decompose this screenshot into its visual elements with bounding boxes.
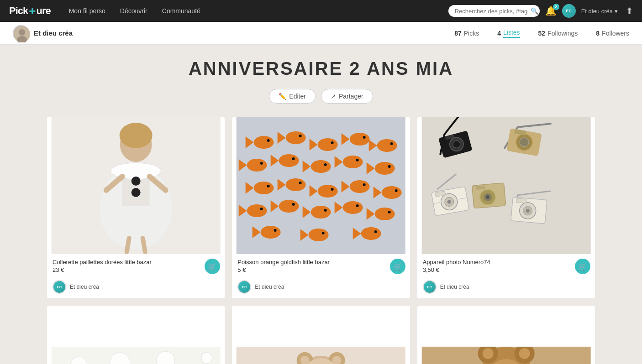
svg-point-69 <box>324 209 327 212</box>
pick-title-3: Appareil photo Numéro74 <box>423 259 589 265</box>
share-label: Partager <box>339 93 363 100</box>
edit-label: Editer <box>289 93 306 100</box>
svg-point-60 <box>395 189 398 192</box>
list-title: ANNIVERSAIRE 2 ANS MIA <box>47 58 595 79</box>
svg-point-21 <box>299 135 302 137</box>
user-menu-button[interactable]: Et dieu créa ▾ <box>581 8 618 15</box>
svg-point-46 <box>254 182 274 194</box>
pick-user-name-3: Et dieu créa <box>440 284 469 290</box>
pick-user-avatar-1[interactable]: EC <box>53 280 66 294</box>
user-avatar-nav[interactable]: EC <box>562 4 576 18</box>
stat-listes[interactable]: 4 Listes <box>497 29 520 38</box>
pick-card-4 <box>47 306 225 364</box>
svg-point-82 <box>361 227 381 240</box>
svg-line-13 <box>127 238 129 252</box>
nav-communaute[interactable]: Communauté <box>162 7 200 15</box>
svg-point-24 <box>331 141 334 144</box>
edit-button[interactable]: ✏️ Editer <box>269 89 316 104</box>
search-bar[interactable]: 🔍 <box>448 5 540 17</box>
svg-point-75 <box>388 211 391 213</box>
logo-pick: Pick <box>9 5 28 17</box>
stat-picks-label: Picks <box>464 30 479 37</box>
search-input[interactable] <box>455 8 528 15</box>
svg-point-51 <box>299 182 302 184</box>
nav-decouvrir[interactable]: Découvrir <box>120 7 147 15</box>
svg-point-30 <box>390 142 393 145</box>
upload-button[interactable]: ⬆ <box>626 6 633 16</box>
pick-card-2: Poisson orange goldfish little bazar 5 €… <box>232 117 410 298</box>
svg-point-22 <box>318 138 338 151</box>
svg-line-14 <box>143 238 145 252</box>
nav-avatar-circle: EC <box>562 4 576 18</box>
svg-point-64 <box>279 200 299 213</box>
pick-info-1: Collerette paillettes dorées little baza… <box>47 254 225 277</box>
stat-followers[interactable]: 8 Followers <box>596 30 629 37</box>
pick-title-1: Collerette paillettes dorées little baza… <box>53 259 219 265</box>
pick-user-3: EC Et dieu créa <box>417 277 595 298</box>
svg-point-10 <box>132 188 141 197</box>
user-menu-label: Et dieu créa <box>581 8 613 15</box>
notif-badge: 2 <box>553 4 559 10</box>
profile-stats: 87 Picks 4 Listes 52 Followings 8 Follow… <box>454 29 629 38</box>
share-icon: ↗ <box>331 93 336 100</box>
pick-info-3: Appareil photo Numéro74 3,50 € 🛒 <box>417 254 595 277</box>
svg-point-45 <box>388 165 391 168</box>
svg-point-70 <box>343 201 363 214</box>
svg-point-27 <box>363 136 366 139</box>
svg-point-125 <box>201 353 212 364</box>
svg-point-55 <box>350 180 370 193</box>
pick-image-5 <box>232 306 410 364</box>
svg-point-58 <box>382 186 402 199</box>
pick-cart-button-2[interactable]: 🛒 <box>390 259 405 274</box>
svg-point-31 <box>247 159 267 172</box>
pick-title-2: Poisson orange goldfish little bazar <box>237 259 404 265</box>
nav-fil-perso[interactable]: Mon fil perso <box>69 7 105 15</box>
svg-point-144 <box>482 348 493 359</box>
svg-point-57 <box>363 183 366 186</box>
svg-point-84 <box>374 230 377 233</box>
profile-name: Et dieu créa <box>34 29 73 37</box>
stat-picks[interactable]: 87 Picks <box>454 30 479 37</box>
pick-card: Collerette paillettes dorées little baza… <box>47 117 225 298</box>
svg-rect-112 <box>516 198 526 203</box>
pick-user-name-1: Et dieu créa <box>70 284 99 290</box>
profile-avatar[interactable] <box>13 25 29 42</box>
svg-point-43 <box>375 162 395 175</box>
pick-price-2: 5 € <box>237 266 404 273</box>
pick-user-avatar-2[interactable]: EC <box>237 280 251 294</box>
share-button[interactable]: ↗ Partager <box>321 89 373 104</box>
stat-followings-label: Followings <box>547 30 578 37</box>
pick-price-1: 23 € <box>53 266 219 273</box>
svg-point-40 <box>343 156 363 168</box>
list-actions: ✏️ Editer ↗ Partager <box>47 89 595 104</box>
svg-point-33 <box>260 162 263 165</box>
svg-point-37 <box>311 160 331 173</box>
svg-point-9 <box>132 177 141 186</box>
pick-user-avatar-3[interactable]: EC <box>423 280 437 294</box>
stat-picks-num: 87 <box>454 30 462 37</box>
pick-user-2: EC Et dieu créa <box>232 277 410 298</box>
logo[interactable]: Pick+ure <box>9 4 51 18</box>
svg-point-39 <box>324 163 327 166</box>
logo-plus: + <box>29 4 35 18</box>
nav-links: Mon fil perso Découvrir Communauté <box>69 7 448 15</box>
pick-user-1: EC Et dieu créa <box>47 277 225 298</box>
pick-cart-button-3[interactable]: 🛒 <box>575 259 590 274</box>
svg-point-81 <box>322 232 325 234</box>
svg-point-78 <box>274 229 277 232</box>
stat-followers-num: 8 <box>596 30 600 37</box>
pick-card-3: Appareil photo Numéro74 3,50 € 🛒 EC Et d… <box>417 117 595 298</box>
dropdown-icon: ▾ <box>615 8 618 15</box>
logo-ure: ure <box>36 5 50 17</box>
pick-card-6 <box>417 306 595 364</box>
picks-grid: Collerette paillettes dorées little baza… <box>47 117 595 364</box>
svg-point-16 <box>254 136 274 149</box>
pick-price-3: 3,50 € <box>423 266 589 273</box>
pick-user-avatar-circle-3: EC <box>424 281 436 293</box>
notification-bell[interactable]: 🔔 2 <box>545 5 557 16</box>
svg-point-1 <box>19 29 25 36</box>
stat-listes-label: Listes <box>503 29 520 38</box>
stat-followers-label: Followers <box>602 30 629 37</box>
stat-followings[interactable]: 52 Followings <box>538 30 578 37</box>
stat-listes-num: 4 <box>497 30 501 37</box>
